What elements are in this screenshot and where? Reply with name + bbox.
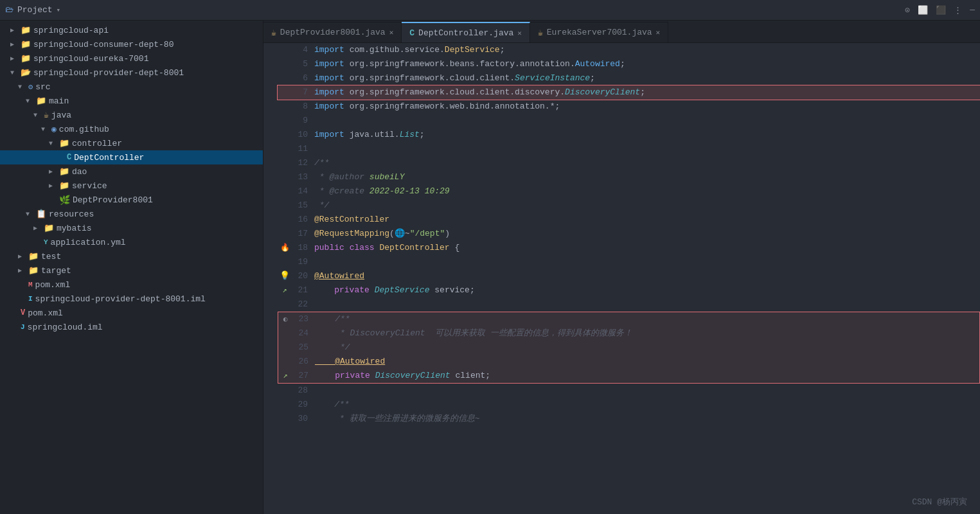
ln-15: 15 — [292, 199, 314, 213]
code-8: import org.springframework.web.bind.anno… — [314, 100, 980, 114]
code-line-11: 11 — [278, 142, 980, 156]
ln-20: 20 — [292, 269, 314, 283]
item-label: com.github — [59, 125, 109, 134]
code-line-7: 7 import org.springframework.cloud.clien… — [278, 85, 980, 100]
ln-12: 12 — [292, 156, 314, 170]
ln-11: 11 — [292, 142, 314, 156]
expand-icon[interactable]: ⬜ — [918, 5, 928, 15]
sidebar-item-consumer-dept-80[interactable]: 📁 springcloud-consumer-dept-80 — [0, 37, 263, 51]
code-line-4: 4 import com.github.service.DeptService; — [278, 43, 980, 57]
sidebar-item-application-yml[interactable]: ▶ Y application.yml — [0, 235, 263, 249]
gutter-27: ↗ — [278, 369, 292, 383]
sidebar-item-src[interactable]: ⚙ src — [0, 80, 263, 94]
tab-eureka-server[interactable]: ☕ EurekaServer7001.java ✕ — [530, 22, 668, 42]
ln-29: 29 — [292, 398, 314, 412]
ln-19: 19 — [292, 255, 314, 269]
ln-25: 25 — [292, 341, 315, 355]
gutter-29 — [278, 398, 292, 412]
sidebar-item-com-github[interactable]: ◉ com.github — [0, 122, 263, 136]
sidebar-item-mybatis[interactable]: 📁 mybatis — [0, 221, 263, 235]
item-label: target — [41, 266, 71, 276]
ln-27: 27 — [292, 369, 315, 383]
gutter-12 — [278, 156, 292, 170]
arrow-icon — [33, 112, 41, 119]
main-layout: 📁 springcloud-api 📁 springcloud-consumer… — [0, 21, 980, 514]
sidebar-item-service[interactable]: 📁 service — [0, 179, 263, 193]
ln-17: 17 — [292, 227, 314, 241]
folder-icon: 📁 — [28, 251, 39, 261]
sidebar-item-dept-provider8001[interactable]: ▶ 🌿 DeptProvider8001 — [0, 193, 263, 207]
code-line-14: 14 * @create 2022-02-13 10:29 — [278, 184, 980, 199]
code-17: @RequestMapping(🌐~"/dept") — [314, 227, 980, 241]
sidebar-item-springcloud-iml[interactable]: ▶ J springcloud.iml — [0, 320, 263, 334]
arrow-icon — [10, 69, 18, 76]
item-label: mybatis — [57, 224, 92, 233]
java-icon: ☕ — [538, 28, 543, 38]
sidebar-item-provider-dept-8001[interactable]: 📂 springcloud-provider-dept-8001 — [0, 66, 263, 80]
item-label: service — [72, 181, 107, 191]
code-27: private DiscoveryClient client; — [315, 369, 979, 383]
folder-icon: 🗁 — [5, 5, 13, 15]
sidebar-item-resources[interactable]: 📋 resources — [0, 207, 263, 221]
more-icon[interactable]: ⋮ — [954, 5, 962, 15]
tab-dept-provider[interactable]: ☕ DeptProvider8001.java ✕ — [263, 22, 402, 42]
sidebar-item-springcloud-api[interactable]: 📁 springcloud-api — [0, 23, 263, 37]
gutter-19 — [278, 255, 292, 269]
sidebar-item-target[interactable]: 📁 target — [0, 263, 263, 278]
code-7: import org.springframework.cloud.client.… — [314, 85, 980, 100]
sidebar-item-pom-xml-root[interactable]: ▶ V pom.xml — [0, 306, 263, 320]
code-15: */ — [314, 199, 980, 213]
sidebar-item-dao[interactable]: 📁 dao — [0, 164, 263, 179]
project-label[interactable]: 🗁 Project ▾ — [5, 5, 60, 15]
arrow-icon — [18, 84, 26, 91]
code-line-26: 26 @Autowired — [278, 355, 980, 369]
folder-icon: 📁 — [21, 53, 31, 64]
item-label: resources — [49, 209, 94, 219]
gutter-13 — [278, 170, 292, 184]
code-lines: 4 import com.github.service.DeptService;… — [278, 43, 980, 514]
minimize-icon[interactable]: — — [970, 5, 975, 15]
tab-close-icon[interactable]: ✕ — [389, 28, 394, 37]
code-line-20: 💡 20 @Autowired — [278, 269, 980, 283]
sidebar-item-eureka-7001[interactable]: 📁 springcloud-eureka-7001 — [0, 51, 263, 66]
item-label: test — [41, 252, 61, 261]
tab-dept-controller[interactable]: C DeptController.java ✕ — [402, 22, 530, 42]
sidebar-item-dept-controller[interactable]: ▶ C DeptController — [0, 150, 263, 164]
tabs-bar: ☕ DeptProvider8001.java ✕ C DeptControll… — [263, 21, 980, 43]
tab-close-icon[interactable]: ✕ — [656, 28, 661, 37]
collapse-icon[interactable]: ⬛ — [936, 5, 946, 15]
ln-4: 4 — [292, 43, 314, 57]
target-icon[interactable]: ⊙ — [905, 5, 910, 15]
code-line-28: 28 — [278, 384, 980, 398]
gutter-5 — [278, 57, 292, 71]
sidebar-item-pom-xml-8001[interactable]: ▶ M pom.xml — [0, 278, 263, 292]
code-line-15: 15 */ — [278, 199, 980, 213]
code-line-18: 🔥 18 public class DeptController { — [278, 241, 980, 255]
sidebar-item-java[interactable]: ☕ java — [0, 108, 263, 122]
gutter-17 — [278, 227, 292, 241]
ln-26: 26 — [292, 355, 315, 369]
code-line-29: 29 /** — [278, 398, 980, 412]
editor-area[interactable]: 4 import com.github.service.DeptService;… — [263, 43, 980, 514]
sidebar-item-controller[interactable]: 📁 controller — [0, 136, 263, 150]
sidebar-item-test[interactable]: 📁 test — [0, 249, 263, 263]
code-line-23: ◐ 23 /** — [278, 312, 980, 326]
item-label: main — [49, 96, 69, 106]
ln-13: 13 — [292, 170, 314, 184]
tab-close-icon[interactable]: ✕ — [517, 29, 522, 37]
code-20: @Autowired — [314, 269, 980, 283]
code-21: private DeptService service; — [314, 283, 980, 297]
sidebar-item-main[interactable]: 📁 main — [0, 94, 263, 108]
folder-icon: 📁 — [28, 265, 39, 276]
ln-24: 24 — [292, 326, 315, 341]
code-line-5: 5 import org.springframework.beans.facto… — [278, 57, 980, 71]
code-18: public class DeptController { — [314, 241, 980, 255]
folder-icon: 📂 — [21, 67, 31, 78]
code-line-19: 19 — [278, 255, 980, 269]
code-line-12: 12 /** — [278, 156, 980, 170]
code-13: * @author subeiLY — [314, 170, 980, 184]
arrow-icon — [10, 26, 18, 34]
item-label: DeptProvider8001 — [73, 195, 153, 205]
code-23: /** — [315, 312, 979, 326]
sidebar-item-provider-iml[interactable]: ▶ I springcloud-provider-dept-8001.iml — [0, 292, 263, 306]
